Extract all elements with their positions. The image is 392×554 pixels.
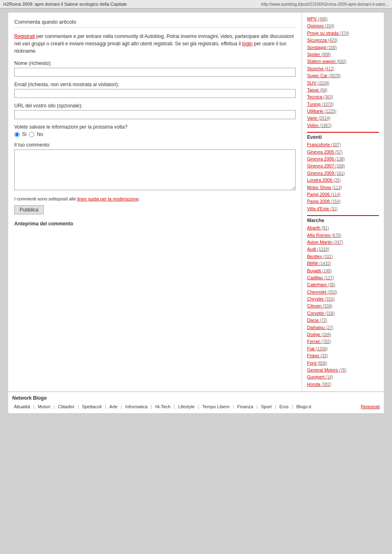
linee-guida-link[interactable]: linee guida per la moderazione — [77, 196, 138, 201]
sidebar-evento-link[interactable]: Parigi 2006 (114) — [307, 191, 379, 198]
network-separator: | — [292, 404, 293, 409]
commento-textarea[interactable] — [14, 149, 296, 190]
network-separator: | — [256, 404, 258, 409]
network-separator: | — [275, 404, 276, 409]
sidebar-marca-link[interactable]: BMW (1432) — [307, 260, 379, 267]
sidebar-marca-link[interactable]: Ford (606) — [307, 360, 379, 366]
sidebar-marca-link[interactable]: Abarth (91) — [307, 225, 379, 231]
network-link-lifestyle[interactable]: Lifestyle — [176, 403, 196, 410]
sidebar-evento-link[interactable]: Ginevra 2009 (161) — [307, 170, 379, 176]
intro-text: Registrati per commentare e per entrare … — [14, 33, 296, 55]
network-link-informatica[interactable]: Informatica — [124, 403, 149, 410]
email-input[interactable] — [14, 89, 296, 98]
eventi-title: Eventi — [307, 132, 379, 140]
radio-si[interactable] — [14, 132, 20, 137]
sidebar-evento-link[interactable]: Ginevra 2007 (169) — [307, 163, 379, 169]
sidebar-cat-link[interactable]: Prove su strada (374) — [307, 30, 379, 36]
sidebar-evento-link[interactable]: Villa d'Este (31) — [307, 206, 379, 212]
sidebar-cat-link[interactable]: Sicurezza (423) — [307, 37, 379, 43]
sidebar-cat-link[interactable]: Spider (908) — [307, 51, 379, 58]
network-link-finanza[interactable]: Finanza — [236, 403, 255, 410]
commento-label: Il tuo commento: — [14, 142, 296, 148]
sidebar-marca-link[interactable]: Dacia (73) — [307, 317, 379, 323]
sidebar-marca-link[interactable]: Chrysler (315) — [307, 296, 379, 302]
sidebar-cat-link[interactable]: SUV (1534) — [307, 80, 379, 86]
no-label: No — [37, 131, 43, 137]
network-separator: | — [105, 404, 106, 409]
sidebar-marca-link[interactable]: Dodge (184) — [307, 332, 379, 338]
content-area: Commenta questo articolo Registrati per … — [8, 13, 302, 392]
sidebar-cat-link[interactable]: Opinioni (154) — [307, 23, 379, 29]
moderation-note: I commenti sono sottoposti alle linee gu… — [14, 196, 296, 201]
save-question: Volete salvare le informazioni per la pr… — [14, 124, 296, 130]
login-link[interactable]: login — [242, 41, 252, 47]
sidebar-cat-link[interactable]: Tuning (1070) — [307, 101, 379, 107]
email-group: Email (richiesta, non verrà mostrata ai … — [14, 82, 296, 98]
sidebar-cat-link[interactable]: Utilitarie (1225) — [307, 108, 379, 114]
sidebar-evento-link[interactable]: Londra 2006 (25) — [307, 177, 379, 183]
network-link-motori[interactable]: Motori — [36, 403, 52, 410]
preview-title: Anteprima del commento — [14, 221, 296, 227]
network-bar: Network Blogo Attualità|Motori|Cittadini… — [8, 392, 384, 413]
category-list: MPV (496)Opinioni (154)Prove su strada (… — [307, 16, 379, 129]
sidebar-marca-link[interactable]: Corvette (158) — [307, 310, 379, 316]
nome-group: Nome (richiesto): — [14, 60, 296, 77]
network-link-eros[interactable]: Eros — [278, 403, 290, 410]
commento-group: Il tuo commento: — [14, 142, 296, 191]
sidebar-marca-link[interactable]: Audi (1319) — [307, 246, 379, 252]
sidebar-cat-link[interactable]: Super Car (3078) — [307, 73, 379, 79]
network-link-blogo.it[interactable]: Blogo.it — [295, 403, 313, 410]
network-registrati-link[interactable]: Registrati — [361, 404, 380, 409]
sidebar-cat-link[interactable]: Tecnica (363) — [307, 94, 379, 100]
network-bar-title: Network Blogo — [12, 395, 380, 401]
email-label: Email (richiesta, non verrà mostrata ai … — [14, 82, 296, 87]
sidebar-marca-link[interactable]: Daihatsu (27) — [307, 325, 379, 331]
sidebar-cat-link[interactable]: Storiche (412) — [307, 66, 379, 72]
sidebar-cat-link[interactable]: Tasse (64) — [307, 87, 379, 93]
url-label: URL del vostro sito (opzionale): — [14, 103, 296, 109]
marche-list: Abarth (91)Alfa Romeo (670)Aston Martin … — [307, 225, 379, 387]
url-input[interactable] — [14, 110, 296, 119]
sidebar-cat-link[interactable]: MPV (496) — [307, 16, 379, 22]
sidebar-marca-link[interactable]: Fiat (1268) — [307, 346, 379, 352]
network-link-hi-tech[interactable]: Hi-Tech — [154, 403, 172, 410]
sidebar-marca-link[interactable]: Ferrari (782) — [307, 338, 379, 345]
sidebar-cat-link[interactable]: Video (1967) — [307, 122, 379, 129]
sidebar-evento-link[interactable]: Francoforte (207) — [307, 142, 379, 148]
radio-no[interactable] — [29, 132, 34, 137]
network-links: Attualità|Motori|Cittadini|Spettacoli|Ar… — [12, 403, 380, 410]
sidebar-marca-link[interactable]: Alfa Romeo (670) — [307, 232, 379, 238]
network-link-sport[interactable]: Sport — [259, 403, 273, 410]
sidebar-marca-link[interactable]: Caterham (35) — [307, 282, 379, 288]
sidebar-cat-link[interactable]: Station wagon (650) — [307, 58, 379, 65]
network-link-attualità[interactable]: Attualità — [12, 403, 32, 410]
marche-title: Marche — [307, 215, 379, 223]
sidebar-marca-link[interactable]: Bentley (181) — [307, 254, 379, 260]
network-link-cittadini[interactable]: Cittadini — [56, 403, 76, 410]
sidebar-marca-link[interactable]: Gumpert (14) — [307, 374, 379, 380]
sidebar-marca-link[interactable]: Bugatti (146) — [307, 268, 379, 274]
sidebar-evento-link[interactable]: Ginevra 2006 (138) — [307, 156, 379, 162]
sidebar-marca-link[interactable]: Chevrolet (253) — [307, 289, 379, 295]
network-link-tempo libero[interactable]: Tempo Libero — [201, 403, 232, 410]
sidebar-cat-link[interactable]: Varie (2514) — [307, 115, 379, 121]
sidebar-evento-link[interactable]: Motor Show (113) — [307, 185, 379, 191]
nome-input[interactable] — [14, 68, 296, 77]
sidebar-evento-link[interactable]: Parigi 2008 (154) — [307, 198, 379, 205]
registrati-link[interactable]: Registrati — [14, 33, 35, 39]
browser-bar: H2Roma 2009: apre domani il Salone ecolo… — [0, 0, 392, 9]
sidebar-cat-link[interactable]: Sondaggi (100) — [307, 44, 379, 51]
network-separator: | — [151, 404, 152, 409]
sidebar-marca-link[interactable]: General Motors (76) — [307, 367, 379, 373]
sidebar-marca-link[interactable]: Aston Martin (247) — [307, 239, 379, 245]
sidebar-marca-link[interactable]: Honda (382) — [307, 381, 379, 387]
save-group: Volete salvare le informazioni per la pr… — [14, 124, 296, 137]
submit-button[interactable]: Pubblica — [14, 205, 44, 214]
network-link-arte[interactable]: Arte — [108, 403, 119, 410]
sidebar-marca-link[interactable]: Fisker (33) — [307, 353, 379, 359]
sidebar-evento-link[interactable]: Ginevra 2005 (57) — [307, 149, 379, 155]
sidebar-marca-link[interactable]: Citroen (334) — [307, 303, 379, 309]
comment-section-title: Commenta questo articolo — [14, 19, 296, 28]
sidebar-marca-link[interactable]: Cadillac (127) — [307, 275, 379, 281]
network-link-spettacoli[interactable]: Spettacoli — [80, 403, 103, 410]
